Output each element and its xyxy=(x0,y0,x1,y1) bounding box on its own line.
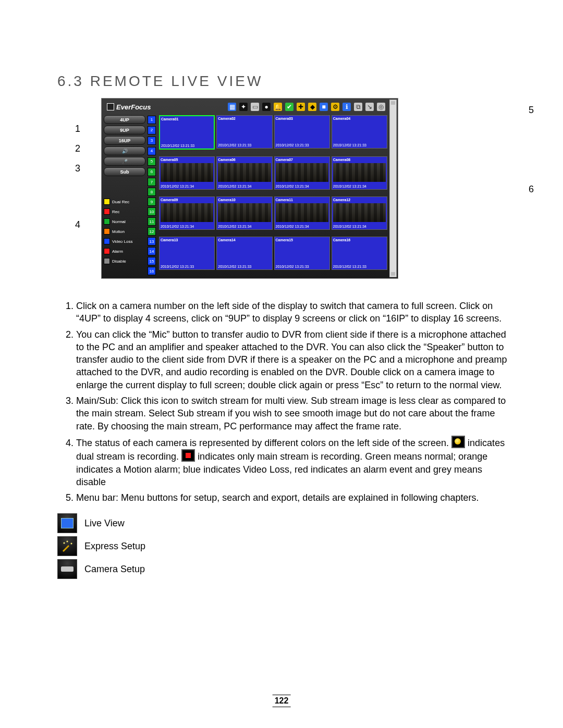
camera-setup-legend-label: Camera Setup xyxy=(84,564,145,575)
camera-tile-9[interactable]: Camera092010/12/02 13:21:34 xyxy=(159,196,215,230)
mic-button[interactable]: 🔊 xyxy=(104,146,145,155)
legend-swatch-videoloss xyxy=(104,238,110,244)
camera-tile-6[interactable]: Camera062010/12/02 13:21:34 xyxy=(216,156,272,190)
legend-swatch-alarm xyxy=(104,248,110,254)
camera-grid: Camera012010/12/02 13:21:33Camera022010/… xyxy=(159,115,387,275)
camera-slot-6[interactable]: 6 xyxy=(148,168,156,176)
camera-slot-16[interactable]: 16 xyxy=(148,267,156,275)
display-icon[interactable]: ■ xyxy=(320,103,328,111)
camera-tile-timestamp: 2010/12/02 13:21:33 xyxy=(333,143,366,147)
legend-swatch-motion xyxy=(104,228,110,235)
camera-tile-label: Camera03 xyxy=(276,117,293,120)
camera-tile-label: Camera11 xyxy=(276,198,293,202)
alarm-icon[interactable]: 🔔 xyxy=(274,103,282,111)
scrollbar[interactable] xyxy=(389,100,397,277)
camera-slot-13[interactable]: 13 xyxy=(148,237,156,245)
section-title: 6.3 REMOTE LIVE VIEW xyxy=(57,73,511,90)
wand-icon[interactable]: ✦ xyxy=(239,103,248,111)
camera-tile-13[interactable]: Camera132010/12/02 13:21:33 xyxy=(159,237,215,270)
camera-tile-10[interactable]: Camera102010/12/02 13:21:34 xyxy=(216,196,272,230)
camera-tile-5[interactable]: Camera052010/12/02 13:21:34 xyxy=(159,156,215,190)
callouts-right: 5 6 xyxy=(529,105,534,264)
svg-point-2 xyxy=(71,543,72,545)
camera-tile-timestamp: 2010/12/02 13:21:34 xyxy=(333,184,366,188)
camera-slot-9[interactable]: 9 xyxy=(148,198,156,206)
dvr-app-window: EverFocus ▦ ✦ ▭ ● 🔔 ✔ ✚ ◆ ■ ⚙ ℹ ⧉ ↘ ◎ xyxy=(101,98,398,279)
camera-slot-12[interactable]: 12 xyxy=(148,227,156,236)
svg-point-0 xyxy=(64,542,65,544)
instruction-4a: The status of each camera is represented… xyxy=(76,438,449,448)
camera-tile-12[interactable]: Camera122010/12/02 13:21:34 xyxy=(332,196,387,230)
camera-slot-4[interactable]: 4 xyxy=(148,147,156,155)
camera-tile-label: Camera12 xyxy=(333,198,350,202)
stream-sub-button[interactable]: Sub xyxy=(104,167,145,176)
camera-tile-label: Camera10 xyxy=(218,198,235,202)
camera-tile-2[interactable]: Camera022010/12/02 13:21:33 xyxy=(216,115,272,149)
camera-tile-8[interactable]: Camera082010/12/02 13:21:34 xyxy=(332,156,387,190)
disk-icon[interactable]: ◆ xyxy=(308,103,316,111)
callout-1: 1 xyxy=(75,124,80,133)
live-view-icon[interactable]: ▦ xyxy=(228,103,236,111)
camera-tile-label: Camera15 xyxy=(276,238,293,242)
camera-tile-label: Camera05 xyxy=(161,158,178,162)
brand-logo: EverFocus xyxy=(107,103,151,111)
camera-tile-4[interactable]: Camera042010/12/02 13:21:33 xyxy=(332,115,387,149)
title-bar: EverFocus ▦ ✦ ▭ ● 🔔 ✔ ✚ ◆ ■ ⚙ ℹ ⧉ ↘ ◎ xyxy=(104,101,396,115)
camera-tile-label: Camera13 xyxy=(161,238,178,242)
camera-tile-label: Camera07 xyxy=(276,158,293,162)
legend-videoloss: Video Loss xyxy=(112,239,145,244)
speaker-button[interactable]: 🎤 xyxy=(104,157,145,166)
camera-tile-timestamp: 2010/12/02 13:21:34 xyxy=(161,184,194,188)
camera-slot-10[interactable]: 10 xyxy=(148,207,156,216)
camera-tile-14[interactable]: Camera142010/12/02 13:21:33 xyxy=(216,237,272,270)
camera-tile-label: Camera09 xyxy=(161,198,178,202)
camera-tile-label: Camera14 xyxy=(218,238,235,242)
camera-tile-timestamp: 2010/12/02 13:21:33 xyxy=(161,144,194,147)
camera-tile-label: Camera01 xyxy=(161,117,178,121)
svg-point-1 xyxy=(67,541,68,542)
camera-tile-label: Camera08 xyxy=(333,158,350,162)
legend-dualrec: Dual Rec xyxy=(112,200,145,204)
camera-tile-timestamp: 2010/12/02 13:21:34 xyxy=(333,225,366,228)
record-icon[interactable]: ● xyxy=(262,103,271,111)
brand-text: EverFocus xyxy=(116,103,151,111)
camera-tile-15[interactable]: Camera152010/12/02 13:21:33 xyxy=(274,237,330,270)
camera-tile-16[interactable]: Camera162010/12/02 13:21:33 xyxy=(332,237,387,270)
network-icon[interactable]: ✚ xyxy=(297,103,305,111)
system-icon[interactable]: ⚙ xyxy=(331,103,339,111)
logout-icon[interactable]: ↘ xyxy=(365,103,374,111)
brand-icon xyxy=(107,103,114,110)
camera-tile-timestamp: 2010/12/02 13:21:33 xyxy=(218,143,251,147)
camera-tile-timestamp: 2010/12/02 13:21:33 xyxy=(333,265,366,268)
instruction-2: You can click the “Mic” button to transf… xyxy=(76,328,511,391)
camera-slot-3[interactable]: 3 xyxy=(148,137,156,145)
camera-slot-7[interactable]: 7 xyxy=(148,178,156,186)
fingerprint-icon[interactable]: ◎ xyxy=(377,103,385,111)
camera-slot-1[interactable]: 1 xyxy=(148,116,156,124)
camera-slot-15[interactable]: 15 xyxy=(148,257,156,265)
layout-4up-button[interactable]: 4UP xyxy=(104,115,145,124)
express-setup-legend-icon xyxy=(57,536,77,556)
camera-tile-3[interactable]: Camera032010/12/02 13:21:33 xyxy=(274,115,330,149)
camera-setup-legend-icon xyxy=(57,559,77,579)
callout-4: 4 xyxy=(75,220,80,229)
camera-tile-1[interactable]: Camera012010/12/02 13:21:33 xyxy=(159,115,215,150)
camera-slot-8[interactable]: 8 xyxy=(148,188,156,196)
camera-slot-2[interactable]: 2 xyxy=(148,126,156,134)
instructions-list: Click on a camera number on the left sid… xyxy=(57,300,511,504)
copy-icon[interactable]: ⧉ xyxy=(354,103,362,111)
camera-tile-7[interactable]: Camera072010/12/02 13:21:34 xyxy=(274,156,330,190)
layout-16up-button[interactable]: 16UP xyxy=(104,136,145,145)
camera-tile-timestamp: 2010/12/02 13:21:33 xyxy=(218,265,251,268)
schedule-icon[interactable]: ✔ xyxy=(285,103,293,111)
camera-slot-14[interactable]: 14 xyxy=(148,247,156,255)
camera-tile-timestamp: 2010/12/02 13:21:34 xyxy=(161,225,194,228)
info-icon[interactable]: ℹ xyxy=(342,103,351,111)
camera-slot-5[interactable]: 5 xyxy=(148,157,156,166)
camera-tile-timestamp: 2010/12/02 13:21:34 xyxy=(218,225,251,228)
camera-slot-11[interactable]: 11 xyxy=(148,217,156,226)
camera-tile-11[interactable]: Camera112010/12/02 13:21:34 xyxy=(274,196,330,230)
layout-9up-button[interactable]: 9UP xyxy=(104,126,145,134)
camera-icon[interactable]: ▭ xyxy=(251,103,259,111)
dual-rec-status-icon xyxy=(451,436,465,448)
